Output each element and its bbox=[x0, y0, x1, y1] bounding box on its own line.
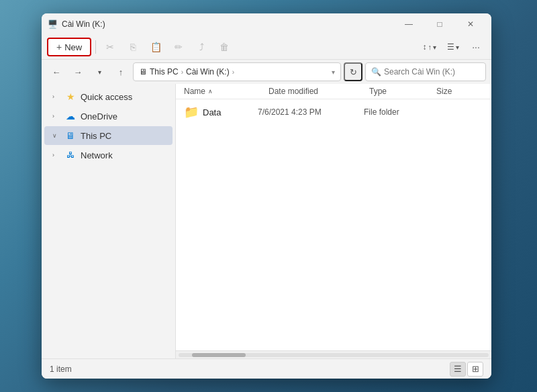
address-bar: ← → ▾ ↑ 🖥 This PC › Cài Win (K:) › ▾ ↻ 🔍 bbox=[42, 60, 491, 84]
new-button[interactable]: + New bbox=[47, 38, 91, 56]
network-icon: 🖧 bbox=[64, 149, 77, 161]
view-controls: ☰ ⊞ bbox=[450, 362, 483, 377]
address-input[interactable]: 🖥 This PC › Cài Win (K:) › ▾ bbox=[133, 62, 341, 81]
path-drive-icon: 🖥 bbox=[139, 67, 147, 77]
view-icon: ☰ bbox=[447, 42, 454, 52]
scrollbar-track[interactable] bbox=[179, 353, 489, 357]
scrollbar-thumb[interactable] bbox=[192, 353, 246, 357]
table-row[interactable]: 📁 Data 7/6/2021 4:23 PM File folder bbox=[176, 102, 491, 122]
sort-dropdown[interactable]: ↕ ↑ ▾ bbox=[419, 40, 441, 54]
sidebar-item-onedrive[interactable]: › ☁ OneDrive bbox=[44, 107, 173, 126]
content-area: › ★ Quick access › ☁ OneDrive ∨ 🖥 This P… bbox=[42, 84, 491, 358]
view-dropdown[interactable]: ☰ ▾ bbox=[443, 40, 463, 54]
chevron-down-icon: ∨ bbox=[52, 132, 60, 139]
column-size-header[interactable]: Size bbox=[436, 87, 483, 96]
paste-button[interactable]: 📋 bbox=[146, 38, 166, 56]
sidebar: › ★ Quick access › ☁ OneDrive ∨ 🖥 This P… bbox=[42, 84, 176, 358]
sort-label: ↑ bbox=[428, 43, 432, 51]
sidebar-item-this-pc[interactable]: ∨ 🖥 This PC bbox=[44, 126, 173, 145]
up-button[interactable]: ↑ bbox=[111, 62, 130, 81]
sidebar-item-quick-access[interactable]: › ★ Quick access bbox=[44, 87, 173, 106]
path-thispc: This PC bbox=[150, 67, 179, 77]
search-box[interactable]: 🔍 bbox=[365, 62, 486, 81]
forward-button[interactable]: → bbox=[68, 62, 87, 81]
sidebar-item-label: Network bbox=[81, 150, 113, 160]
rename-button[interactable]: ✏ bbox=[168, 38, 189, 56]
title-bar: 🖥️ Cài Win (K:) — □ ✕ bbox=[42, 13, 491, 35]
folder-icon: 📁 bbox=[184, 105, 197, 119]
onedrive-icon: ☁ bbox=[64, 110, 77, 122]
window-controls: — □ ✕ bbox=[393, 13, 486, 35]
file-name: Data bbox=[203, 107, 252, 117]
chevron-right-icon-2: › bbox=[52, 113, 60, 119]
explorer-window: 🖥️ Cài Win (K:) — □ ✕ + New ✂ ⎘ 📋 ✏ ⤴ 🗑 … bbox=[42, 13, 491, 379]
sidebar-item-label: This PC bbox=[81, 131, 111, 141]
sort-icon: ↕ bbox=[423, 42, 427, 52]
close-button[interactable]: ✕ bbox=[455, 13, 486, 35]
share-button[interactable]: ⤴ bbox=[191, 38, 211, 56]
search-icon: 🔍 bbox=[371, 67, 381, 77]
sort-arrow-icon: ∧ bbox=[208, 88, 213, 95]
path-chevron-1: › bbox=[181, 68, 183, 76]
file-list: 📁 Data 7/6/2021 4:23 PM File folder bbox=[176, 99, 491, 350]
chevron-right-icon: › bbox=[52, 93, 60, 100]
maximize-button[interactable]: □ bbox=[424, 13, 455, 35]
sidebar-item-label: OneDrive bbox=[81, 111, 117, 121]
minimize-button[interactable]: — bbox=[393, 13, 424, 35]
list-view-button[interactable]: ☰ bbox=[450, 362, 466, 377]
column-type-header[interactable]: Type bbox=[369, 87, 436, 96]
search-input[interactable] bbox=[384, 67, 480, 77]
back-button[interactable]: ← bbox=[47, 62, 66, 81]
recent-button[interactable]: ▾ bbox=[90, 62, 109, 81]
toolbar-separator bbox=[95, 40, 96, 54]
detail-view-button[interactable]: ⊞ bbox=[467, 362, 483, 377]
address-path: 🖥 This PC › Cài Win (K:) › bbox=[139, 67, 329, 77]
file-header: Name ∧ Date modified Type Size bbox=[176, 84, 491, 99]
file-area: Name ∧ Date modified Type Size 📁 Data 7/… bbox=[176, 84, 491, 358]
column-name-header[interactable]: Name ∧ bbox=[184, 87, 268, 96]
plus-icon: + bbox=[56, 42, 62, 52]
window-icon: 🖥️ bbox=[47, 19, 58, 30]
quick-access-icon: ★ bbox=[64, 91, 77, 103]
toolbar: + New ✂ ⎘ 📋 ✏ ⤴ 🗑 ↕ ↑ ▾ ☰ ▾ ··· bbox=[42, 35, 491, 60]
refresh-button[interactable]: ↻ bbox=[344, 62, 362, 81]
file-type: File folder bbox=[364, 107, 431, 117]
cut-button[interactable]: ✂ bbox=[100, 38, 120, 56]
sidebar-item-network[interactable]: › 🖧 Network bbox=[44, 146, 173, 164]
sidebar-item-label: Quick access bbox=[81, 92, 132, 102]
status-count: 1 item bbox=[50, 364, 72, 374]
copy-button[interactable]: ⎘ bbox=[123, 38, 143, 56]
more-button[interactable]: ··· bbox=[466, 38, 486, 56]
scrollbar-area[interactable] bbox=[176, 350, 491, 358]
chevron-right-icon-3: › bbox=[52, 152, 60, 158]
path-drive: Cài Win (K:) bbox=[186, 67, 230, 77]
view-chevron-icon: ▾ bbox=[456, 44, 459, 51]
column-date-header[interactable]: Date modified bbox=[268, 87, 369, 96]
status-bar: 1 item ☰ ⊞ bbox=[42, 358, 491, 379]
delete-button[interactable]: 🗑 bbox=[214, 38, 234, 56]
path-chevron-2: › bbox=[232, 68, 234, 76]
address-dropdown-icon[interactable]: ▾ bbox=[332, 68, 335, 76]
sort-chevron-icon: ▾ bbox=[433, 44, 436, 51]
window-title: Cài Win (K:) bbox=[62, 19, 389, 29]
file-date: 7/6/2021 4:23 PM bbox=[258, 107, 358, 117]
new-button-label: New bbox=[64, 42, 82, 52]
this-pc-icon: 🖥 bbox=[64, 130, 77, 142]
